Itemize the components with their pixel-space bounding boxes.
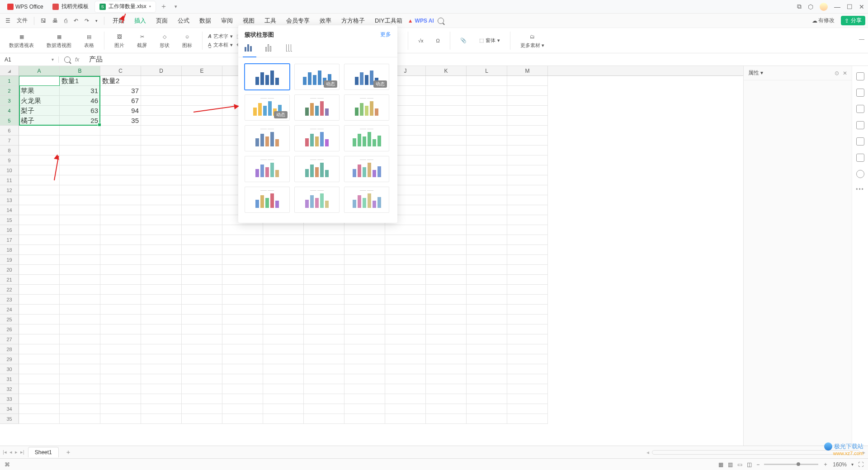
- cell[interactable]: [100, 146, 141, 155]
- cell[interactable]: [385, 374, 426, 384]
- pin-icon[interactable]: ⊙: [835, 70, 839, 76]
- cell[interactable]: [385, 255, 426, 265]
- cell[interactable]: [100, 195, 141, 205]
- cell[interactable]: [141, 305, 182, 315]
- cell[interactable]: [141, 275, 182, 285]
- cell[interactable]: [344, 334, 385, 344]
- search-button[interactable]: [435, 17, 447, 25]
- cell[interactable]: [304, 364, 344, 374]
- row-header[interactable]: 16: [0, 225, 19, 235]
- cell[interactable]: [385, 414, 426, 424]
- cell[interactable]: [467, 185, 507, 195]
- row-header[interactable]: 2: [0, 86, 19, 96]
- menu-ffgz[interactable]: 方方格子: [337, 15, 369, 27]
- cell[interactable]: [344, 245, 385, 255]
- row-header[interactable]: 26: [0, 324, 19, 334]
- cell[interactable]: [344, 324, 385, 334]
- cell[interactable]: [385, 334, 426, 344]
- cell[interactable]: [100, 404, 141, 414]
- cell[interactable]: [344, 255, 385, 265]
- cell[interactable]: [304, 275, 344, 285]
- cell[interactable]: [141, 245, 182, 255]
- cell[interactable]: 35: [100, 116, 141, 126]
- cell[interactable]: [141, 295, 182, 305]
- cell[interactable]: [141, 116, 182, 126]
- cell[interactable]: [385, 225, 426, 235]
- cell[interactable]: [263, 225, 304, 235]
- row-header[interactable]: 14: [0, 205, 19, 215]
- cell[interactable]: [507, 146, 548, 155]
- art-font-button[interactable]: A 艺术字 ▾: [208, 33, 233, 40]
- chart-thumbnail[interactable]: 动态: [344, 64, 389, 90]
- cell[interactable]: [304, 285, 344, 295]
- cell[interactable]: [344, 275, 385, 285]
- cell[interactable]: [100, 175, 141, 185]
- cell[interactable]: [385, 305, 426, 315]
- cell[interactable]: [344, 384, 385, 394]
- row-header[interactable]: 34: [0, 404, 19, 414]
- cell[interactable]: [507, 235, 548, 245]
- cell[interactable]: [182, 116, 222, 126]
- add-sheet-button[interactable]: ＋: [62, 448, 74, 456]
- cell[interactable]: [467, 215, 507, 225]
- cell[interactable]: [426, 76, 467, 86]
- cell[interactable]: [385, 315, 426, 324]
- cell[interactable]: [304, 305, 344, 315]
- help-icon[interactable]: [856, 170, 864, 178]
- cell[interactable]: [263, 305, 304, 315]
- maximize-button[interactable]: ☐: [847, 3, 853, 10]
- cell[interactable]: [385, 404, 426, 414]
- pivot-table-button[interactable]: ▦数据透视表: [5, 32, 38, 49]
- row-header[interactable]: 17: [0, 235, 19, 245]
- cell[interactable]: [100, 136, 141, 146]
- percent-bar-tab[interactable]: [286, 42, 296, 52]
- cell[interactable]: [507, 76, 548, 86]
- cell[interactable]: [141, 165, 182, 175]
- cell[interactable]: [507, 374, 548, 384]
- cell[interactable]: [19, 324, 60, 334]
- cell[interactable]: [222, 305, 263, 315]
- cell[interactable]: [182, 394, 222, 404]
- window-copy-icon[interactable]: ⧉: [797, 3, 802, 10]
- cell[interactable]: [19, 215, 60, 225]
- cell[interactable]: [467, 136, 507, 146]
- fx-button[interactable]: fx: [75, 56, 79, 63]
- zoom-in-button[interactable]: ＋: [823, 461, 828, 468]
- row-header[interactable]: 31: [0, 374, 19, 384]
- close-panel-icon[interactable]: ✕: [843, 70, 847, 76]
- cell[interactable]: [182, 86, 222, 96]
- cell[interactable]: [385, 235, 426, 245]
- cell[interactable]: [222, 265, 263, 275]
- cell[interactable]: [426, 126, 467, 136]
- row-header[interactable]: 7: [0, 136, 19, 146]
- cell[interactable]: [263, 384, 304, 394]
- tab-menu-button[interactable]: ▾: [171, 4, 181, 9]
- cell[interactable]: [344, 364, 385, 374]
- cell[interactable]: [100, 245, 141, 255]
- row-header[interactable]: 20: [0, 265, 19, 275]
- cell[interactable]: [60, 215, 100, 225]
- cell[interactable]: [60, 126, 100, 136]
- menu-insert[interactable]: 插入: [130, 15, 151, 27]
- cell[interactable]: [19, 305, 60, 315]
- cell[interactable]: [60, 185, 100, 195]
- chart-panel-more[interactable]: 更多: [380, 31, 391, 39]
- cell[interactable]: [141, 344, 182, 354]
- cell[interactable]: [507, 175, 548, 185]
- cell[interactable]: [100, 165, 141, 175]
- cell[interactable]: [304, 414, 344, 424]
- collapse-ribbon-icon[interactable]: ―: [859, 36, 864, 42]
- cell[interactable]: [344, 225, 385, 235]
- cell[interactable]: [467, 96, 507, 106]
- cell[interactable]: [100, 205, 141, 215]
- cell[interactable]: [60, 165, 100, 175]
- new-tab-button[interactable]: ＋: [156, 2, 171, 11]
- cell[interactable]: [141, 106, 182, 116]
- cloud-modified[interactable]: ☁ 有修改: [809, 16, 837, 25]
- cell[interactable]: [100, 394, 141, 404]
- cell[interactable]: [426, 275, 467, 285]
- cell[interactable]: [182, 215, 222, 225]
- cell[interactable]: [263, 414, 304, 424]
- cell[interactable]: [222, 354, 263, 364]
- quick-dropdown[interactable]: ▾: [93, 18, 100, 24]
